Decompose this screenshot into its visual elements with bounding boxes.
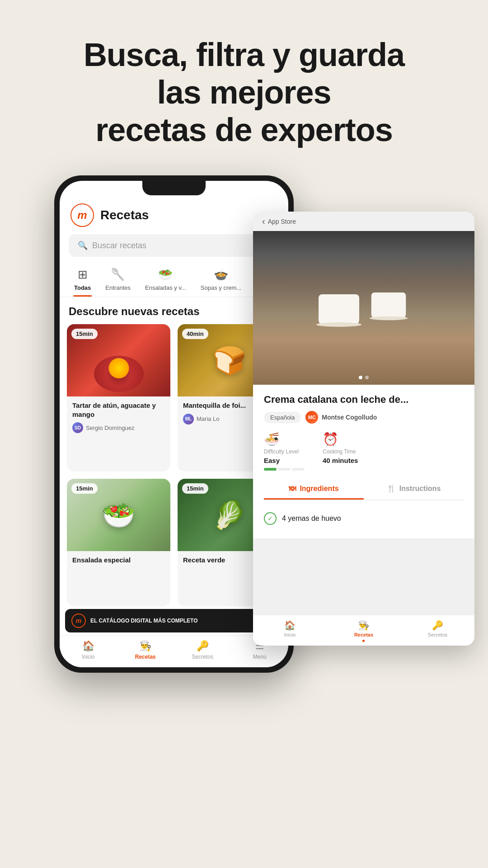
nav-secretos[interactable]: 🔑 Secretos xyxy=(174,640,231,660)
detail-bottom-nav: 🏠 Inicio 👨‍🍳 Recetas 🔑 Secretos xyxy=(253,615,474,646)
cooking-time-value: 40 minutes xyxy=(323,457,358,464)
recipe-name-tartar: Tartar de atún, aguacate y mango xyxy=(72,401,165,419)
headline-line3: recetas de expertos xyxy=(95,112,392,148)
app-title: Recetas xyxy=(100,208,149,222)
chef-avatar-sergio: SD xyxy=(72,422,83,433)
phones-container: m Recetas 🔍 Buscar recetas ⊞ Todas xyxy=(0,166,488,808)
chef-name-sergio: Sergio Domínguez xyxy=(86,425,135,431)
back-arrow-icon[interactable]: ‹ xyxy=(262,216,265,226)
chef-detail-avatar: MC xyxy=(305,411,318,424)
logo-letter: m xyxy=(77,209,87,222)
cooking-time-label: Cooking Time xyxy=(323,448,356,455)
detail-nav-label-inicio: Inicio xyxy=(284,632,296,637)
cat-label-ensaladas: Ensaladas y v... xyxy=(145,284,186,291)
ramekin-2 xyxy=(371,289,406,320)
phone-notch xyxy=(142,181,206,195)
app-logo: m xyxy=(70,203,94,227)
check-icon: ✓ xyxy=(264,512,277,525)
recipe-card-tartar[interactable]: 15min Tartar de atún, aguacate y mango S… xyxy=(67,324,170,472)
chef-detail-row: MC Montse Cogolludo xyxy=(305,411,377,424)
nav-active-indicator xyxy=(362,640,365,642)
promo-banner: m EL CATÁLOGO DIGITAL MÁS COMPLETO xyxy=(65,609,283,632)
headline: Busca, filtra y guarda las mejores recet… xyxy=(0,0,488,166)
category-ensaladas[interactable]: 🥗 Ensaladas y v... xyxy=(138,264,193,297)
category-entrantes[interactable]: 🥄 Entrantes xyxy=(98,264,138,297)
nav-label-inicio: Inicio xyxy=(82,654,94,660)
category-todas[interactable]: ⊞ Todas xyxy=(67,264,98,297)
bread-emoji: 🍞 xyxy=(212,344,246,377)
time-badge-tartar: 15min xyxy=(71,329,98,339)
headline-line1: Busca, filtra y guarda xyxy=(84,37,404,73)
cat-label-todas: Todas xyxy=(74,284,91,291)
nav-recetas[interactable]: 👨‍🍳 Recetas xyxy=(117,640,174,660)
diff-seg-2 xyxy=(278,468,291,471)
detail-nav-label-recetas: Recetas xyxy=(354,632,373,637)
clock-icon: ⏰ xyxy=(323,432,338,447)
detail-top-bar: ‹ App Store xyxy=(253,212,474,231)
cat-icon-sopas: 🍲 xyxy=(214,268,228,282)
difficulty-label: Difficulty Level xyxy=(264,448,299,455)
headline-line2: las mejores xyxy=(157,74,331,110)
detail-content: Crema catalana con leche de... Española … xyxy=(253,385,474,538)
tab-instructions-icon: 🍴 xyxy=(387,484,396,493)
image-dots xyxy=(359,376,369,379)
detail-nav-icon-inicio: 🏠 xyxy=(284,620,296,631)
nav-label-secretos: Secretos xyxy=(192,654,213,660)
stat-difficulty: 🍜 Difficulty Level Easy xyxy=(264,432,305,471)
tags-row: Española MC Montse Cogolludo xyxy=(264,411,464,424)
ingredient-row: ✓ 4 yemas de huevo xyxy=(264,508,464,529)
detail-nav-secretos[interactable]: 🔑 Secretos xyxy=(401,620,474,642)
food-bowls xyxy=(319,290,409,326)
search-icon: 🔍 xyxy=(78,241,88,250)
nav-icon-secretos: 🔑 xyxy=(197,640,209,652)
recipe-card-salad[interactable]: 🥗 15min Ensalada especial xyxy=(67,479,170,606)
tab-instructions-label: Instructions xyxy=(399,485,441,493)
nav-label-recetas: Recetas xyxy=(135,654,156,660)
detail-nav-inicio[interactable]: 🏠 Inicio xyxy=(253,620,327,642)
app-store-label: App Store xyxy=(268,218,296,225)
difficulty-value: Easy xyxy=(264,457,280,464)
recipe-name-salad: Ensalada especial xyxy=(72,556,165,565)
detail-food-image xyxy=(253,231,474,385)
promo-logo: m xyxy=(71,613,86,628)
chef-avatar-maria: ML xyxy=(183,414,194,425)
tab-ingredients[interactable]: 🍽 Ingredients xyxy=(264,479,364,500)
nav-label-menu: Menú xyxy=(253,654,267,660)
search-placeholder: Buscar recetas xyxy=(92,241,146,250)
detail-tabs: 🍽 Ingredients 🍴 Instructions xyxy=(264,479,464,500)
cat-label-entrantes: Entrantes xyxy=(105,284,131,291)
detail-nav-recetas[interactable]: 👨‍🍳 Recetas xyxy=(327,620,400,642)
dot-2 xyxy=(365,376,369,379)
green-emoji: 🥬 xyxy=(212,499,246,531)
cat-icon-ensaladas: 🥗 xyxy=(158,268,173,282)
tab-ingredients-icon: 🍽 xyxy=(289,485,296,493)
category-sopas[interactable]: 🍲 Sopas y crem... xyxy=(193,264,249,297)
nav-icon-recetas: 👨‍🍳 xyxy=(139,640,151,652)
detail-nav-label-secretos: Secretos xyxy=(428,632,447,637)
detail-title: Crema catalana con leche de... xyxy=(264,394,464,406)
tab-instructions[interactable]: 🍴 Instructions xyxy=(364,479,464,500)
dot-1 xyxy=(359,376,362,379)
stats-row: 🍜 Difficulty Level Easy ⏰ Cooking Time 4… xyxy=(264,432,464,471)
tag-espanola: Española xyxy=(264,412,301,423)
stat-cooking-time: ⏰ Cooking Time 40 minutes xyxy=(323,432,358,471)
search-bar[interactable]: 🔍 Buscar recetas xyxy=(69,234,279,257)
tab-ingredients-label: Ingredients xyxy=(300,485,338,493)
cat-icon-todas: ⊞ xyxy=(78,268,88,282)
cat-label-sopas: Sopas y crem... xyxy=(201,284,241,291)
time-badge-salad: 15min xyxy=(71,483,98,494)
detail-nav-icon-secretos: 🔑 xyxy=(432,620,443,631)
salad-emoji: 🥗 xyxy=(102,499,136,531)
difficulty-icon: 🍜 xyxy=(264,432,280,447)
cat-icon-entrantes: 🥄 xyxy=(111,268,125,282)
nav-icon-inicio: 🏠 xyxy=(82,640,94,652)
chef-name-maria: Maria Lo xyxy=(197,415,220,422)
chef-detail-name: Montse Cogolludo xyxy=(322,414,377,421)
ramekin-1 xyxy=(319,290,359,326)
promo-text: EL CATÁLOGO DIGITAL MÁS COMPLETO xyxy=(90,618,198,624)
diff-seg-3 xyxy=(292,468,305,471)
nav-inicio[interactable]: 🏠 Inicio xyxy=(60,640,117,660)
detail-nav-icon-recetas: 👨‍🍳 xyxy=(358,620,369,631)
time-badge-bread: 40min xyxy=(182,329,208,339)
time-badge-green: 15min xyxy=(182,483,208,494)
